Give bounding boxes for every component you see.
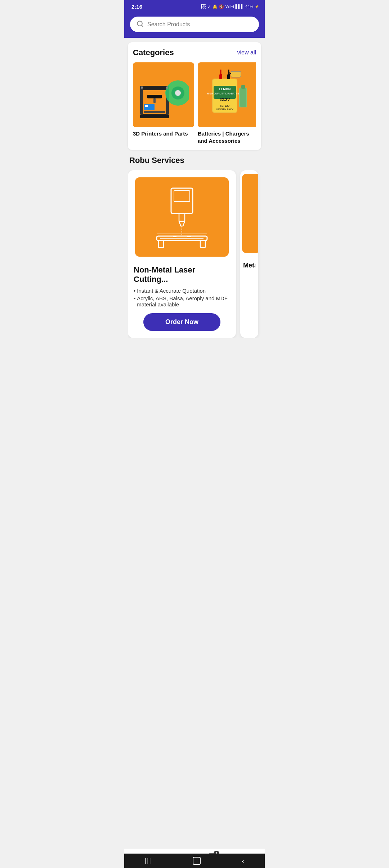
category-item-3d-printers[interactable]: 3D Printers and Parts	[133, 62, 194, 144]
status-time: 2:16	[131, 4, 142, 10]
svg-rect-8	[144, 111, 165, 113]
svg-point-15	[141, 87, 143, 89]
main-content: Categories view all	[124, 42, 265, 367]
svg-line-1	[142, 25, 143, 27]
categories-title: Categories	[133, 48, 174, 57]
svg-rect-32	[240, 88, 246, 107]
service-bullets-laser: Instant & Accurate Quotation Acrylic, AB…	[134, 288, 230, 307]
svg-rect-13	[144, 104, 155, 110]
signal-icon: ▌▌▌	[236, 4, 244, 9]
svg-text:22.2V: 22.2V	[220, 97, 230, 102]
service-image-metal-partial	[242, 174, 258, 253]
svg-rect-25	[219, 74, 222, 79]
status-icons: 🖼 ✓ 🔔 🔇 WiFi ▌▌▌ 44% ⚡	[201, 4, 259, 9]
svg-rect-6	[147, 95, 162, 98]
svg-text:HIGH QUALITY LiPo BATTERY: HIGH QUALITY LiPo BATTERY	[207, 92, 243, 95]
svg-marker-37	[179, 221, 185, 226]
laser-cutting-illustration	[149, 183, 214, 251]
services-title: Robu Services	[128, 156, 261, 165]
check-status-icon: ✓	[207, 4, 211, 9]
header	[124, 13, 265, 38]
service-name-metal: Meta	[243, 262, 255, 269]
service-card-metal-partial: Meta	[240, 170, 258, 338]
search-bar[interactable]	[130, 17, 259, 32]
svg-rect-4	[140, 86, 143, 115]
search-input[interactable]	[147, 21, 252, 28]
category-label-3d: 3D Printers and Parts	[133, 130, 194, 137]
service-bullet-2: Acrylic, ABS, Balsa, Aeroply and MDF mat…	[134, 295, 230, 307]
svg-rect-12	[140, 115, 169, 118]
svg-rect-35	[174, 191, 190, 201]
svg-rect-33	[241, 85, 245, 89]
status-bar: 2:16 🖼 ✓ 🔔 🔇 WiFi ▌▌▌ 44% ⚡	[124, 0, 265, 13]
view-all-link[interactable]: view all	[237, 49, 256, 56]
3d-printer-illustration	[138, 68, 189, 122]
category-item-batteries[interactable]: LEMON HIGH QUALITY LiPo BATTERY 22.2V 6S…	[198, 62, 256, 144]
wifi-icon: WiFi	[225, 4, 234, 9]
svg-point-16	[166, 87, 168, 89]
charging-icon: ⚡	[255, 5, 259, 9]
search-icon	[137, 20, 144, 28]
svg-point-11	[175, 90, 181, 96]
section-header: Categories view all	[133, 48, 256, 57]
svg-text:LEMON: LEMON	[219, 87, 231, 91]
service-info-laser: Non-Metal Laser Cutting... Instant & Acc…	[128, 260, 236, 338]
order-now-button[interactable]: Order Now	[143, 313, 220, 331]
battery-illustration: LEMON HIGH QUALITY LiPo BATTERY 22.2V 6S…	[205, 68, 252, 122]
svg-text:6S-120: 6S-120	[220, 104, 229, 107]
svg-rect-26	[227, 74, 230, 79]
category-image-3d	[133, 62, 194, 127]
svg-rect-39	[157, 236, 207, 240]
service-image-laser	[135, 177, 229, 257]
category-label-batteries: Batteries | Chargers and Accessories	[198, 130, 256, 144]
photo-status-icon: 🖼	[201, 4, 206, 9]
services-row: Non-Metal Laser Cutting... Instant & Acc…	[128, 170, 261, 338]
svg-rect-14	[145, 105, 148, 107]
service-partial-info: Meta	[240, 257, 258, 274]
svg-text:LENGTH PACK: LENGTH PACK	[216, 108, 234, 111]
category-image-batteries: LEMON HIGH QUALITY LiPo BATTERY 22.2V 6S…	[198, 62, 256, 127]
svg-rect-36	[179, 213, 185, 221]
services-section: Robu Services	[124, 154, 265, 367]
svg-rect-7	[153, 98, 156, 103]
svg-rect-41	[200, 240, 205, 248]
categories-row: 3D Printers and Parts	[133, 62, 256, 144]
service-card-laser: Non-Metal Laser Cutting... Instant & Acc…	[128, 170, 236, 338]
svg-rect-29	[231, 71, 241, 77]
battery-text: 44%	[245, 4, 253, 9]
battery-status-icon: 🔔	[213, 4, 218, 9]
volume-icon: 🔇	[219, 4, 224, 9]
svg-rect-3	[140, 86, 169, 90]
service-name-laser: Non-Metal Laser Cutting...	[134, 265, 230, 284]
svg-rect-40	[158, 240, 164, 248]
categories-section: Categories view all	[128, 42, 261, 150]
service-bullet-1: Instant & Accurate Quotation	[134, 288, 230, 294]
